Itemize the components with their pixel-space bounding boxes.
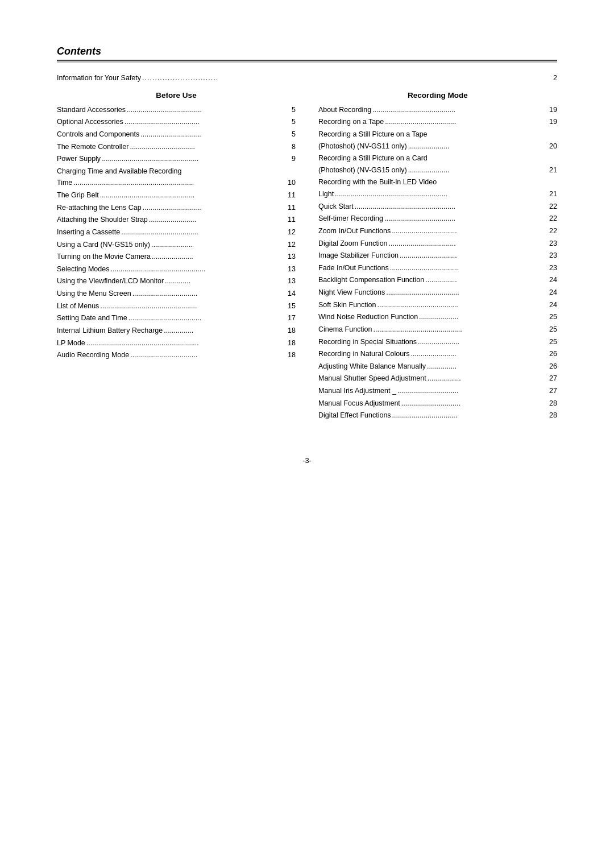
entry-label: Self-timer Recording <box>318 213 383 225</box>
top-entry: Information for Your Safety ............… <box>57 72 557 84</box>
list-item: List of Menus ..........................… <box>57 300 296 313</box>
entry-dots: ..................... <box>408 140 545 153</box>
list-item: Time....................................… <box>57 177 296 189</box>
list-item: (Photoshot) (NV-GS15 only)..............… <box>318 164 557 177</box>
entry-page: 13 <box>284 275 296 287</box>
list-item: Digital Zoom Function ..................… <box>318 238 557 250</box>
entry-page: 24 <box>546 274 557 286</box>
entry-dots: ........................................… <box>100 189 283 202</box>
entry-label: Setting Date and Time <box>57 312 127 324</box>
list-item: The Grip Belt ..........................… <box>57 189 296 202</box>
entry-page: 26 <box>546 348 557 360</box>
entry-dots: ........................ <box>149 214 283 226</box>
entry-page: 12 <box>284 226 296 238</box>
entry-dots: ............................... <box>397 385 545 398</box>
list-item: The Remote Controller ..................… <box>57 141 296 154</box>
entry-dots: ........................................… <box>377 299 545 312</box>
entry-dots: ...................................... <box>125 116 283 129</box>
entry-label: Using the Menu Screen <box>57 288 131 300</box>
list-item: Soft Skin Function .....................… <box>318 299 557 312</box>
entry-label: Zoom In/Out Functions <box>318 225 391 237</box>
entry-dots: ..................................... <box>386 287 545 299</box>
entry-dots: ............. <box>165 275 283 288</box>
entry-page: 23 <box>546 238 557 250</box>
entry-label: Recording in Special Situations <box>318 336 417 348</box>
entry-dots: ..................... <box>418 336 545 349</box>
left-entries: Standard Accessories....................… <box>57 104 296 362</box>
list-item: Recording in Natural Colours ...........… <box>318 348 557 361</box>
entry-label: Night View Functions <box>318 287 385 299</box>
entry-page: 9 <box>284 153 296 165</box>
sub-rule <box>57 63 557 63</box>
list-item: Inserting a Cassette....................… <box>57 226 296 239</box>
entry-label: LP Mode <box>57 337 85 349</box>
entry-label: Manual Shutter Speed Adjustment <box>318 373 426 385</box>
entry-label: Manual Focus Adjustment <box>318 398 400 410</box>
list-item: Turning on the Movie Camera ............… <box>57 251 296 263</box>
entry-label: Power Supply <box>57 153 101 165</box>
list-item: Audio Recording Mode....................… <box>57 349 296 362</box>
entry-label: Recording with the Built-in LED Video <box>318 176 437 188</box>
entry-label: Digital Zoom Function <box>318 238 388 250</box>
list-item: Backlight Compensation Function.........… <box>318 274 557 287</box>
entry-page: 23 <box>546 250 557 262</box>
entry-dots: ..................... <box>151 239 283 251</box>
entry-dots: ................................. <box>392 410 545 422</box>
entry-label: Fade In/Out Functions <box>318 262 389 274</box>
top-entry-page: 2 <box>546 72 557 84</box>
entry-label: Digital Effect Functions <box>318 410 391 421</box>
list-item: Recording a Still Picture on a Tape <box>318 129 557 140</box>
entry-page: 5 <box>284 116 296 128</box>
entry-page: 18 <box>284 349 296 361</box>
entry-label: The Grip Belt <box>57 189 99 201</box>
entry-page: 12 <box>284 239 296 251</box>
list-item: Controls and Components.................… <box>57 129 296 141</box>
entry-label: About Recording <box>318 104 371 116</box>
right-section-header: Recording Mode <box>318 91 557 100</box>
entry-label: Recording a Still Picture on a Card <box>318 152 428 164</box>
entry-label: (Photoshot) (NV-GS11 only) <box>318 140 407 152</box>
entry-dots: ........................................… <box>374 324 545 336</box>
list-item: Recording a Still Picture on a Card <box>318 152 557 164</box>
entry-label: Re-attaching the Lens Cap <box>57 202 142 214</box>
list-item: About Recording.........................… <box>318 104 557 117</box>
entry-page: 15 <box>284 300 296 312</box>
list-item: LP Mode ................................… <box>57 337 296 350</box>
entry-dots: ........................................… <box>372 104 545 117</box>
entry-label: Internal Lithium Battery Recharge <box>57 325 163 337</box>
entry-label: Standard Accessories <box>57 104 126 116</box>
entry-dots: ........................................… <box>335 188 545 201</box>
page: Contents Information for Your Safety ...… <box>0 0 614 868</box>
entry-page: 18 <box>284 325 296 337</box>
entry-page: 22 <box>546 225 557 237</box>
entry-dots: ................................. <box>130 141 283 154</box>
entry-page: 22 <box>546 201 557 213</box>
entry-dots: ..................................... <box>128 312 283 325</box>
entry-page: 25 <box>546 324 557 336</box>
list-item: Re-attaching the Lens Cap...............… <box>57 202 296 214</box>
list-item: Self-timer Recording....................… <box>318 213 557 225</box>
list-item: Image Stabilizer Function...............… <box>318 250 557 262</box>
entry-label: Optional Accessories <box>57 116 123 128</box>
list-item: Selecting Modes.........................… <box>57 263 296 276</box>
list-item: Manual Iris Adjustment _................… <box>318 385 557 398</box>
list-item: Using the Menu Screen ..................… <box>57 288 296 300</box>
entry-label: Using the Viewfinder/LCD Monitor <box>57 275 164 287</box>
entry-dots: ........................................… <box>102 153 283 166</box>
entry-label: Image Stabilizer Function <box>318 250 399 262</box>
entry-label: Charging Time and Available Recording <box>57 166 181 177</box>
entry-label: Manual Iris Adjustment _ <box>318 385 396 397</box>
list-item: Internal Lithium Battery Recharge.......… <box>57 325 296 337</box>
top-entry-label: Information for Your Safety <box>57 72 141 84</box>
entry-page: 19 <box>546 116 557 128</box>
entry-page: 27 <box>546 373 557 385</box>
list-item: Standard Accessories....................… <box>57 104 296 117</box>
entry-dots: ........................................… <box>355 201 545 213</box>
entry-page: 22 <box>546 213 557 225</box>
entry-dots: .................................. <box>130 349 283 362</box>
entry-dots: .............................. <box>401 398 545 410</box>
entry-label: Turning on the Movie Camera <box>57 251 151 263</box>
entry-page: 21 <box>546 188 557 200</box>
entry-dots: ............... <box>427 361 545 373</box>
entry-label: Attaching the Shoulder Strap <box>57 214 148 226</box>
